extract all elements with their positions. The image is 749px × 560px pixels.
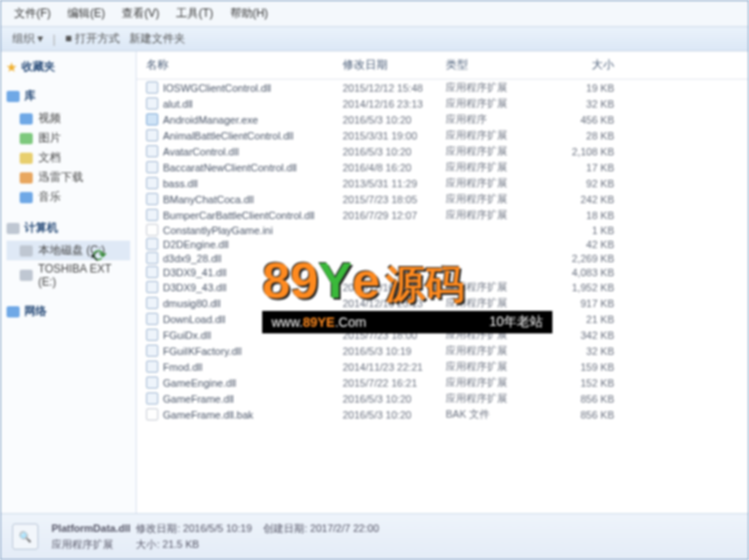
file-row[interactable]: GameEngine.dll2015/7/22 16:21应用程序扩展152 K… [137,375,748,391]
sidebar-item-music[interactable]: 音乐 [7,187,130,207]
sidebar-item-documents[interactable]: 文档 [7,148,130,168]
file-size: 17 KB [539,162,614,173]
sidebar-item-pictures[interactable]: 图片 [7,128,130,148]
sidebar-item-drive-c[interactable]: 本地磁盘 (C:) [7,241,130,260]
file-icon [146,81,158,94]
file-row[interactable]: BumperCarBattleClientControl.dll2016/7/2… [137,207,748,223]
file-icon [146,238,158,250]
file-name: alut.dll [163,98,193,110]
file-row[interactable]: Fmod.dll2014/11/23 22:21应用程序扩展159 KB [137,359,748,375]
status-filename: PlatformData.dll [51,523,130,534]
status-createdate: 创建日期: 2017/2/7 22:00 [263,523,379,534]
newfolder-button[interactable]: 新建文件夹 [129,31,185,47]
file-icon [146,193,158,205]
file-name: BManyChatCoca.dll [163,194,254,205]
file-size: 1,952 KB [539,282,614,293]
menu-help[interactable]: 帮助(H) [230,6,269,22]
file-type: 应用程序扩展 [446,376,539,390]
separator: | [52,33,55,46]
col-type[interactable]: 类型 [446,57,539,73]
file-size: 42 KB [539,239,614,250]
file-icon [146,313,158,325]
menu-file[interactable]: 文件(F) [14,6,51,22]
file-type: 应用程序扩展 [446,360,539,374]
file-row[interactable]: D2DEngine.dll42 KB [137,237,748,251]
file-row[interactable]: AvatarControl.dll2016/5/3 10:20应用程序扩展2,1… [137,143,748,159]
file-row[interactable]: GameFrame.dll.bak2016/5/3 10:20BAK 文件856… [137,406,748,422]
file-type: 应用程序扩展 [446,192,539,206]
file-date: 2014/12/16 23:13 [343,282,446,293]
file-date: 2015/12/12 15:48 [343,82,446,94]
file-row[interactable]: AnimalBattleClientControl.dll2015/3/31 1… [137,127,748,143]
file-size: 2,108 KB [539,146,614,157]
organize-button[interactable]: 组织 ▾ [12,31,43,47]
openwith-button[interactable]: ■ 打开方式 [65,31,120,47]
libraries-header[interactable]: 库 [7,88,130,104]
navigation-sidebar: ★收藏夹 库 视频 图片 文档 迅雷下载 音乐 计算机 本地磁盘 (C:) TO… [1,52,137,513]
file-size: 856 KB [539,409,614,420]
file-icon [146,129,158,141]
file-row[interactable]: BManyChatCoca.dll2015/7/23 18:05应用程序扩展24… [137,191,748,207]
file-type: 应用程序扩展 [446,128,539,142]
status-bar: 🔍 PlatformData.dll 修改日期: 2016/5/5 10:19 … [1,513,748,559]
file-date: 2016/7/29 12:07 [343,210,446,221]
file-row[interactable]: GameFrame.dll2016/5/3 10:20应用程序扩展856 KB [137,391,748,406]
file-row[interactable]: D3DX9_41.dll4,083 KB [137,265,748,279]
file-size: 32 KB [539,98,614,110]
sidebar-item-drive-e[interactable]: TOSHIBA EXT (E:) [7,260,130,290]
file-name: FGuiDx.dll [163,330,211,341]
file-row[interactable]: FGuiIKFactory.dll2016/5/3 10:19应用程序扩展32 … [137,343,748,359]
file-row[interactable]: BaccaratNewClientControl.dll2016/4/8 16:… [137,159,748,175]
file-type: 应用程序扩展 [446,160,539,174]
picture-icon [20,133,33,144]
sidebar-item-downloads[interactable]: 迅雷下载 [7,168,130,187]
column-headers: 名称 修改日期 类型 大小 [137,52,748,80]
file-list: 名称 修改日期 类型 大小 IOSWGClientControl.dll2015… [137,52,748,513]
file-name: Fmod.dll [163,361,202,373]
file-name: AvatarControl.dll [163,146,239,157]
file-row[interactable]: dmusig80.dll2014/12/16 23:13应用程序扩展917 KB [137,295,748,311]
menu-view[interactable]: 查看(V) [122,6,159,22]
file-size: 152 KB [539,377,614,389]
drive-icon [20,245,33,257]
favorites-header[interactable]: ★收藏夹 [7,59,130,75]
file-size: 456 KB [539,114,614,125]
file-size: 242 KB [539,194,614,205]
file-date: 2016/5/3 10:20 [343,146,446,157]
file-size: 32 KB [539,346,614,357]
file-row[interactable]: AndroidManager.exe2016/5/3 10:20应用程序456 … [137,111,748,127]
file-icon [146,376,158,389]
file-row[interactable]: ConstantlyPlayGame.ini1 KB [137,223,748,237]
file-row[interactable]: bass.dll2013/5/31 11:29应用程序扩展92 KB [137,175,748,191]
file-type: 应用程序扩展 [446,312,539,326]
file-size: 342 KB [539,330,614,341]
network-header[interactable]: 网络 [7,303,130,319]
file-name: BaccaratNewClientControl.dll [163,162,297,173]
menu-tools[interactable]: 工具(T) [176,6,213,22]
file-row[interactable]: d3dx9_28.dll2,269 KB [137,251,748,265]
file-icon [146,209,158,221]
file-type: 应用程序扩展 [446,344,539,358]
file-date: 2016/5/3 10:20 [343,393,446,405]
file-type: 应用程序扩展 [446,144,539,158]
file-icon [146,97,158,110]
sidebar-item-videos[interactable]: 视频 [7,109,130,128]
file-size: 2,269 KB [539,253,614,264]
col-size[interactable]: 大小 [539,57,614,73]
file-row[interactable]: IOSWGClientControl.dll2015/12/12 15:48应用… [137,80,748,96]
file-date: 2016/5/3 10:20 [343,114,446,125]
file-row[interactable]: DownLoad.dll2016/5/3 10:19应用程序扩展21 KB [137,311,748,327]
file-row[interactable]: alut.dll2014/12/16 23:13应用程序扩展32 KB [137,96,748,111]
file-name: d3dx9_28.dll [163,253,221,264]
star-icon: ★ [7,61,17,74]
file-name: D3DX9_41.dll [163,267,227,278]
document-icon [20,153,33,164]
col-name[interactable]: 名称 [146,57,343,73]
file-row[interactable]: D3DX9_43.dll2014/12/16 23:13应用程序扩展1,952 … [137,279,748,295]
file-row[interactable]: FGuiDx.dll2015/7/23 18:00应用程序扩展342 KB [137,327,748,343]
menu-edit[interactable]: 编辑(E) [67,6,105,22]
col-date[interactable]: 修改日期 [343,57,446,73]
file-type: BAK 文件 [446,407,539,421]
file-name: GameFrame.dll [163,393,234,405]
computer-header[interactable]: 计算机 [7,220,130,236]
